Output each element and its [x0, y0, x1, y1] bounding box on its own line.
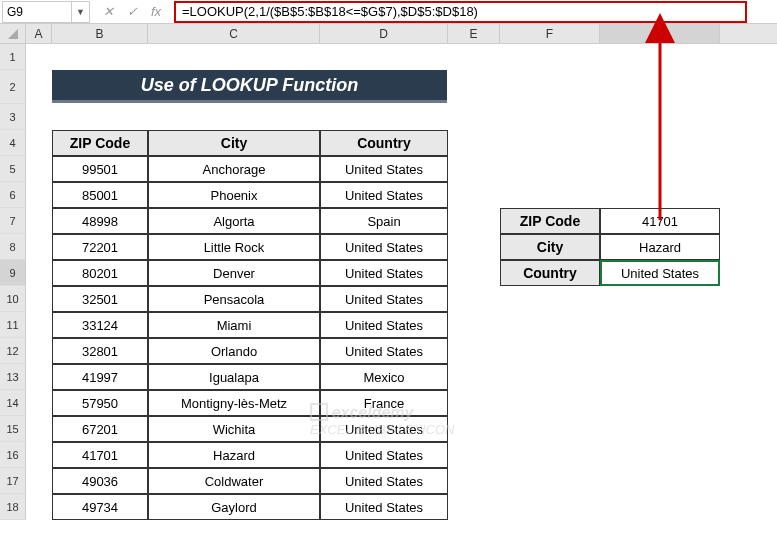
cell[interactable] [600, 130, 720, 156]
name-box-dropdown[interactable]: ▼ [72, 1, 90, 23]
cell[interactable] [26, 312, 52, 338]
col-header-E[interactable]: E [448, 24, 500, 43]
cell[interactable] [26, 44, 52, 70]
cell[interactable] [500, 182, 600, 208]
cell[interactable] [26, 364, 52, 390]
row-header-7[interactable]: 7 [0, 208, 26, 234]
table-cell[interactable]: United States [320, 260, 448, 286]
table-cell[interactable]: United States [320, 494, 448, 520]
table-cell[interactable]: 80201 [52, 260, 148, 286]
formula-input[interactable]: =LOOKUP(2,1/($B$5:$B$18<=$G$7),$D$5:$D$1… [174, 1, 747, 23]
cell[interactable] [600, 364, 720, 390]
col-header-B[interactable]: B [52, 24, 148, 43]
cell[interactable] [26, 494, 52, 520]
cell[interactable] [448, 182, 500, 208]
cell[interactable] [500, 156, 600, 182]
cell[interactable] [600, 416, 720, 442]
table-cell[interactable]: 32801 [52, 338, 148, 364]
cell[interactable] [320, 104, 448, 130]
cell[interactable] [26, 416, 52, 442]
table-header-country[interactable]: Country [320, 130, 448, 156]
cell[interactable] [500, 364, 600, 390]
table-cell[interactable]: United States [320, 286, 448, 312]
accept-icon[interactable]: ✓ [124, 4, 140, 19]
table-cell[interactable]: Coldwater [148, 468, 320, 494]
table-cell[interactable]: United States [320, 182, 448, 208]
table-cell[interactable]: Hazard [148, 442, 320, 468]
table-cell[interactable]: Denver [148, 260, 320, 286]
col-header-A[interactable]: A [26, 24, 52, 43]
cell[interactable] [500, 390, 600, 416]
table-cell[interactable]: United States [320, 468, 448, 494]
table-cell[interactable]: Algorta [148, 208, 320, 234]
cell[interactable] [600, 182, 720, 208]
table-cell[interactable]: Miami [148, 312, 320, 338]
cell[interactable] [448, 208, 500, 234]
table-cell[interactable]: 85001 [52, 182, 148, 208]
side-label-zip[interactable]: ZIP Code [500, 208, 600, 234]
cell[interactable] [500, 286, 600, 312]
row-header-4[interactable]: 4 [0, 130, 26, 156]
cell[interactable] [600, 442, 720, 468]
table-cell[interactable]: 41701 [52, 442, 148, 468]
table-cell[interactable]: Igualapa [148, 364, 320, 390]
cell[interactable] [148, 104, 320, 130]
col-header-G[interactable]: G [600, 24, 720, 43]
cell[interactable] [26, 104, 52, 130]
cell[interactable] [26, 338, 52, 364]
cell[interactable] [600, 70, 720, 104]
cell[interactable] [500, 442, 600, 468]
cell[interactable] [600, 312, 720, 338]
table-cell[interactable]: Pensacola [148, 286, 320, 312]
table-cell[interactable]: 32501 [52, 286, 148, 312]
row-header-12[interactable]: 12 [0, 338, 26, 364]
cell[interactable] [600, 390, 720, 416]
cell[interactable] [26, 208, 52, 234]
cell[interactable] [500, 44, 600, 70]
table-cell[interactable]: Anchorage [148, 156, 320, 182]
row-header-11[interactable]: 11 [0, 312, 26, 338]
table-cell[interactable]: United States [320, 156, 448, 182]
row-header-17[interactable]: 17 [0, 468, 26, 494]
table-cell[interactable]: Little Rock [148, 234, 320, 260]
table-cell[interactable]: 67201 [52, 416, 148, 442]
cell[interactable] [448, 442, 500, 468]
cell[interactable] [500, 70, 600, 104]
cell[interactable] [448, 104, 500, 130]
cell[interactable] [600, 286, 720, 312]
cell[interactable] [52, 104, 148, 130]
cell[interactable] [500, 416, 600, 442]
cell[interactable] [26, 70, 52, 104]
cell[interactable] [26, 442, 52, 468]
cell[interactable] [500, 312, 600, 338]
cell[interactable] [448, 494, 500, 520]
cell[interactable] [600, 104, 720, 130]
table-cell[interactable]: 72201 [52, 234, 148, 260]
cell[interactable] [448, 156, 500, 182]
cell[interactable] [500, 130, 600, 156]
cell[interactable] [448, 390, 500, 416]
cell[interactable] [500, 494, 600, 520]
side-value-country[interactable]: United States [600, 260, 720, 286]
table-cell[interactable]: Spain [320, 208, 448, 234]
cell[interactable] [600, 338, 720, 364]
cell[interactable] [600, 494, 720, 520]
col-header-D[interactable]: D [320, 24, 448, 43]
fx-icon[interactable]: fx [148, 4, 164, 19]
table-cell[interactable]: Phoenix [148, 182, 320, 208]
cell[interactable] [26, 260, 52, 286]
side-label-city[interactable]: City [500, 234, 600, 260]
table-cell[interactable]: 48998 [52, 208, 148, 234]
cell[interactable] [320, 44, 448, 70]
row-header-8[interactable]: 8 [0, 234, 26, 260]
table-cell[interactable]: United States [320, 312, 448, 338]
table-cell[interactable]: United States [320, 234, 448, 260]
row-header-13[interactable]: 13 [0, 364, 26, 390]
table-cell[interactable]: 33124 [52, 312, 148, 338]
cell[interactable] [600, 44, 720, 70]
table-cell[interactable]: 99501 [52, 156, 148, 182]
row-header-9[interactable]: 9 [0, 260, 26, 286]
table-cell[interactable]: 49734 [52, 494, 148, 520]
side-value-city[interactable]: Hazard [600, 234, 720, 260]
table-header-zip[interactable]: ZIP Code [52, 130, 148, 156]
